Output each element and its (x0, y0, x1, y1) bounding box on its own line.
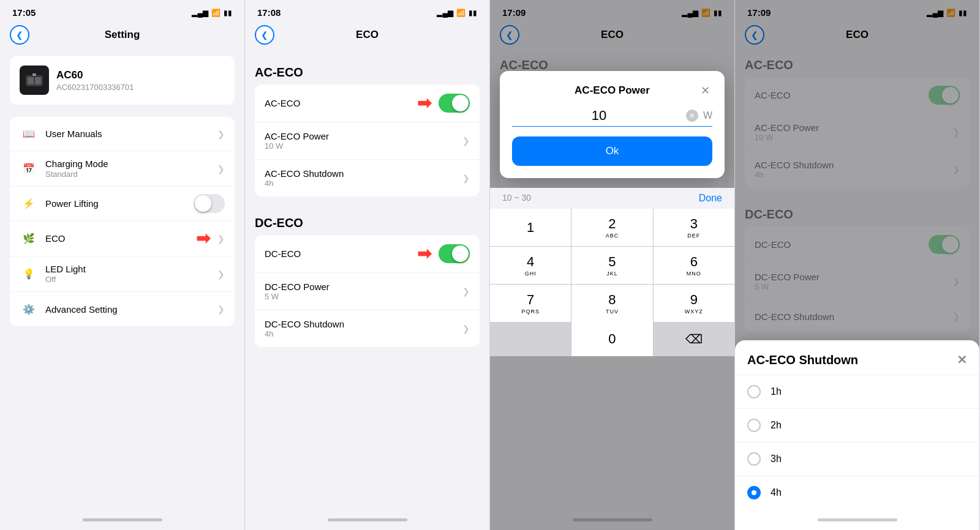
device-serial: AC602317003336701 (56, 83, 134, 92)
dc-eco-power-label-group: DC-ECO Power 5 W (265, 282, 462, 301)
radio-item-4h[interactable]: 4h (735, 476, 979, 509)
keypad-done-button[interactable]: Done (699, 193, 722, 204)
menu-item-led[interactable]: 💡 LED Light Off ❯ (10, 256, 235, 292)
keypad-4[interactable]: 4 GHI (490, 247, 571, 284)
keypad-3[interactable]: 3 DEF (654, 209, 734, 246)
menu-item-power-lifting[interactable]: ⚡ Power Lifting (10, 187, 235, 221)
svg-rect-1 (28, 77, 34, 84)
power-lifting-toggle[interactable] (194, 194, 225, 213)
radio-item-1h[interactable]: 1h (735, 375, 979, 409)
keypad-2[interactable]: 2 ABC (571, 209, 652, 246)
radio-list-close-button[interactable]: ✕ (957, 353, 967, 367)
dc-eco-shutdown-main: DC-ECO Shutdown (265, 319, 462, 329)
dialog-close-button[interactable]: ✕ (698, 83, 712, 98)
advanced-icon: ⚙️ (20, 300, 38, 318)
dc-eco-shutdown-sub: 4h (265, 329, 462, 338)
dc-eco-shutdown-row[interactable]: DC-ECO Shutdown 4h ❯ (255, 310, 480, 347)
nav-title-1: Setting (105, 29, 140, 41)
status-time-2: 17:08 (257, 7, 281, 18)
ac-eco-toggle-label: AC-ECO (265, 98, 417, 108)
panel-eco: 17:08 ▂▄▆ 📶 ▮▮ ❮ ECO AC-ECO AC-ECO ➡ (245, 0, 490, 530)
signal-icon-2: ▂▄▆ (437, 9, 453, 17)
keypad-6[interactable]: 6 MNO (654, 247, 734, 284)
keypad-grid: 1 2 ABC 3 DEF 4 GHI 5 JKL 6 MNO (490, 209, 734, 322)
advanced-right: ❯ (217, 304, 225, 314)
home-indicator-3 (490, 509, 734, 530)
led-icon: 💡 (20, 265, 38, 283)
keypad-1[interactable]: 1 (490, 209, 571, 246)
radio-label-2h: 2h (771, 420, 782, 431)
radio-circle-4h (747, 486, 761, 499)
dialog-input-field[interactable] (512, 108, 686, 124)
ac-eco-toggle-row[interactable]: AC-ECO ➡ (255, 84, 480, 122)
power-lifting-text: Power Lifting (45, 198, 194, 209)
ac-eco-shutdown-label-group: AC-ECO Shutdown 4h (265, 168, 462, 188)
keypad-9[interactable]: 9 WXYZ (654, 285, 734, 322)
device-info: AC60 AC602317003336701 (56, 69, 134, 92)
home-indicator-2 (245, 509, 489, 530)
dc-eco-toggle-switch[interactable] (439, 244, 470, 263)
radio-label-4h: 4h (771, 487, 782, 498)
radio-label-3h: 3h (771, 453, 782, 465)
eco-label: ECO (45, 233, 196, 244)
dc-eco-toggle-thumb (452, 245, 469, 262)
dialog-ok-button[interactable]: Ok (512, 136, 712, 166)
radio-item-2h[interactable]: 2h (735, 409, 979, 442)
dialog-input-row: ✕ W (512, 108, 712, 127)
ac-eco-toggle-text: AC-ECO (265, 98, 417, 108)
dc-eco-power-sub: 5 W (265, 292, 462, 301)
keypad-backspace[interactable]: ⌫ (654, 322, 734, 356)
radio-list-panel: AC-ECO Shutdown ✕ 1h 2h 3h 4h (735, 340, 979, 530)
power-lifting-toggle-thumb (195, 195, 211, 212)
panel-eco-dialog: 17:09 ▂▄▆ 📶 ▮▮ ❮ ECO AC-ECO AC-ECO AC-EC… (490, 0, 735, 530)
ac-eco-shutdown-row[interactable]: AC-ECO Shutdown 4h ❯ (255, 160, 480, 196)
charging-mode-text: Charging Mode Standard (45, 159, 217, 179)
user-manuals-text: User Manuals (45, 129, 217, 139)
radio-list-title: AC-ECO Shutdown (747, 353, 858, 367)
keypad-hint-row: 10 ~ 30 Done (490, 188, 734, 209)
status-time-1: 17:05 (12, 7, 36, 18)
dc-eco-toggle-row[interactable]: DC-ECO ➡ (255, 235, 480, 273)
power-lifting-icon: ⚡ (20, 195, 38, 213)
battery-icon-2: ▮▮ (469, 9, 477, 17)
nav-bar-2: ❮ ECO (245, 21, 489, 48)
eco-chevron: ❯ (217, 234, 225, 244)
ac-eco-power-row[interactable]: AC-ECO Power 10 W ❯ (255, 122, 480, 160)
status-icons-2: ▂▄▆ 📶 ▮▮ (437, 9, 477, 17)
ac-eco-power-chevron: ❯ (462, 136, 470, 146)
menu-item-advanced[interactable]: ⚙️ Advanced Setting ❯ (10, 292, 235, 326)
eco-icon: 🌿 (20, 230, 38, 248)
keypad-0[interactable]: 0 (571, 322, 652, 356)
dc-eco-power-row[interactable]: DC-ECO Power 5 W ❯ (255, 273, 480, 310)
led-label: LED Light (45, 264, 217, 274)
menu-item-charging-mode[interactable]: 📅 Charging Mode Standard ❯ (10, 151, 235, 187)
status-bar-2: 17:08 ▂▄▆ 📶 ▮▮ (245, 0, 489, 21)
back-button-2[interactable]: ❮ (255, 25, 274, 45)
home-bar-3 (573, 518, 652, 521)
menu-item-eco[interactable]: 🌿 ECO ➡ ❯ (10, 221, 235, 256)
keypad-bottom-row: 0 ⌫ (490, 322, 734, 356)
charging-mode-right: ❯ (217, 164, 225, 174)
radio-item-3h[interactable]: 3h (735, 442, 979, 476)
keypad-8[interactable]: 8 TUV (571, 285, 652, 322)
charging-mode-chevron: ❯ (217, 164, 225, 174)
power-lifting-right (194, 194, 225, 213)
keypad-5[interactable]: 5 JKL (571, 247, 652, 284)
svg-rect-3 (32, 73, 36, 76)
settings-content: AC60 AC602317003336701 📖 User Manuals ❯ … (0, 48, 244, 509)
keypad-7[interactable]: 7 PQRS (490, 285, 571, 322)
menu-item-user-manuals[interactable]: 📖 User Manuals ❯ (10, 117, 235, 151)
radio-list-header: AC-ECO Shutdown ✕ (735, 340, 979, 375)
home-indicator-4 (735, 509, 979, 530)
svg-rect-2 (35, 77, 41, 84)
home-bar-2 (328, 518, 407, 521)
radio-label-1h: 1h (771, 386, 782, 397)
eco-content: AC-ECO AC-ECO ➡ AC-ECO Power 10 W ❯ (245, 48, 489, 509)
ac-eco-group: AC-ECO ➡ AC-ECO Power 10 W ❯ AC-ECO Shut… (255, 84, 480, 196)
dialog-clear-button[interactable]: ✕ (686, 110, 698, 122)
ac-eco-power-label-group: AC-ECO Power 10 W (265, 131, 462, 151)
ac-eco-toggle-switch[interactable] (439, 94, 470, 113)
back-button-1[interactable]: ❮ (10, 25, 29, 45)
ac-eco-toggle-thumb (452, 95, 469, 111)
nav-bar-1: ❮ Setting (0, 21, 244, 48)
